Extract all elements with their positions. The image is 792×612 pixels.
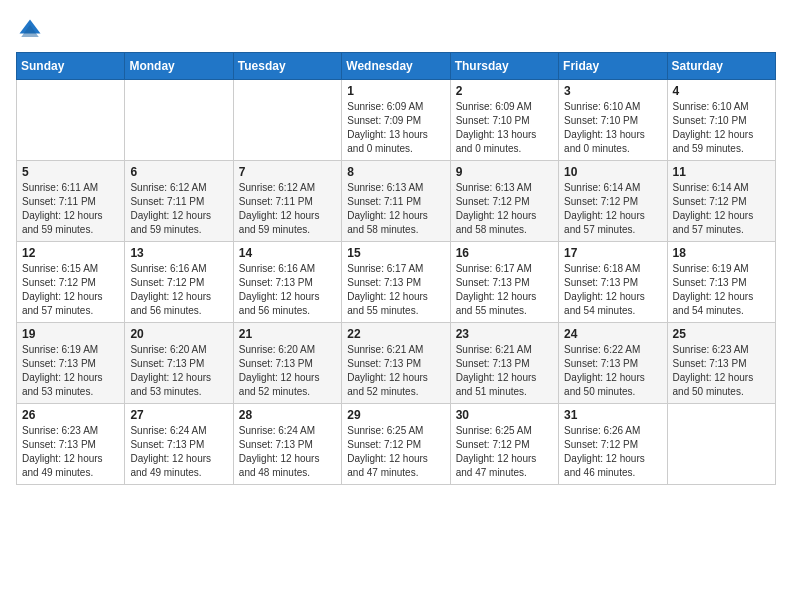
day-info: Sunrise: 6:26 AM Sunset: 7:12 PM Dayligh… — [564, 424, 661, 480]
day-number: 5 — [22, 165, 119, 179]
day-info: Sunrise: 6:25 AM Sunset: 7:12 PM Dayligh… — [347, 424, 444, 480]
day-info: Sunrise: 6:23 AM Sunset: 7:13 PM Dayligh… — [673, 343, 770, 399]
day-info: Sunrise: 6:22 AM Sunset: 7:13 PM Dayligh… — [564, 343, 661, 399]
calendar-cell: 14Sunrise: 6:16 AM Sunset: 7:13 PM Dayli… — [233, 242, 341, 323]
calendar-cell: 29Sunrise: 6:25 AM Sunset: 7:12 PM Dayli… — [342, 404, 450, 485]
day-number: 3 — [564, 84, 661, 98]
page-header — [16, 16, 776, 44]
calendar-cell: 18Sunrise: 6:19 AM Sunset: 7:13 PM Dayli… — [667, 242, 775, 323]
dow-header-friday: Friday — [559, 53, 667, 80]
day-number: 4 — [673, 84, 770, 98]
day-info: Sunrise: 6:21 AM Sunset: 7:13 PM Dayligh… — [347, 343, 444, 399]
day-info: Sunrise: 6:25 AM Sunset: 7:12 PM Dayligh… — [456, 424, 553, 480]
day-number: 15 — [347, 246, 444, 260]
day-info: Sunrise: 6:10 AM Sunset: 7:10 PM Dayligh… — [564, 100, 661, 156]
calendar-cell: 25Sunrise: 6:23 AM Sunset: 7:13 PM Dayli… — [667, 323, 775, 404]
calendar-cell: 22Sunrise: 6:21 AM Sunset: 7:13 PM Dayli… — [342, 323, 450, 404]
calendar-cell: 5Sunrise: 6:11 AM Sunset: 7:11 PM Daylig… — [17, 161, 125, 242]
day-info: Sunrise: 6:10 AM Sunset: 7:10 PM Dayligh… — [673, 100, 770, 156]
dow-header-sunday: Sunday — [17, 53, 125, 80]
calendar-cell: 19Sunrise: 6:19 AM Sunset: 7:13 PM Dayli… — [17, 323, 125, 404]
calendar-cell: 26Sunrise: 6:23 AM Sunset: 7:13 PM Dayli… — [17, 404, 125, 485]
day-info: Sunrise: 6:12 AM Sunset: 7:11 PM Dayligh… — [130, 181, 227, 237]
day-info: Sunrise: 6:14 AM Sunset: 7:12 PM Dayligh… — [673, 181, 770, 237]
day-number: 10 — [564, 165, 661, 179]
calendar-cell: 17Sunrise: 6:18 AM Sunset: 7:13 PM Dayli… — [559, 242, 667, 323]
calendar-cell: 10Sunrise: 6:14 AM Sunset: 7:12 PM Dayli… — [559, 161, 667, 242]
day-number: 27 — [130, 408, 227, 422]
calendar-header: SundayMondayTuesdayWednesdayThursdayFrid… — [17, 53, 776, 80]
dow-header-saturday: Saturday — [667, 53, 775, 80]
day-info: Sunrise: 6:19 AM Sunset: 7:13 PM Dayligh… — [673, 262, 770, 318]
day-number: 31 — [564, 408, 661, 422]
dow-header-thursday: Thursday — [450, 53, 558, 80]
day-info: Sunrise: 6:20 AM Sunset: 7:13 PM Dayligh… — [239, 343, 336, 399]
week-row-5: 26Sunrise: 6:23 AM Sunset: 7:13 PM Dayli… — [17, 404, 776, 485]
calendar-cell: 27Sunrise: 6:24 AM Sunset: 7:13 PM Dayli… — [125, 404, 233, 485]
calendar-cell — [667, 404, 775, 485]
day-info: Sunrise: 6:17 AM Sunset: 7:13 PM Dayligh… — [456, 262, 553, 318]
day-info: Sunrise: 6:24 AM Sunset: 7:13 PM Dayligh… — [239, 424, 336, 480]
day-number: 6 — [130, 165, 227, 179]
calendar-table: SundayMondayTuesdayWednesdayThursdayFrid… — [16, 52, 776, 485]
day-info: Sunrise: 6:24 AM Sunset: 7:13 PM Dayligh… — [130, 424, 227, 480]
day-number: 13 — [130, 246, 227, 260]
calendar-cell: 20Sunrise: 6:20 AM Sunset: 7:13 PM Dayli… — [125, 323, 233, 404]
dow-header-monday: Monday — [125, 53, 233, 80]
day-number: 22 — [347, 327, 444, 341]
calendar-cell: 9Sunrise: 6:13 AM Sunset: 7:12 PM Daylig… — [450, 161, 558, 242]
dow-header-wednesday: Wednesday — [342, 53, 450, 80]
logo-icon — [16, 16, 44, 44]
day-info: Sunrise: 6:20 AM Sunset: 7:13 PM Dayligh… — [130, 343, 227, 399]
calendar-cell — [233, 80, 341, 161]
day-number: 24 — [564, 327, 661, 341]
day-info: Sunrise: 6:16 AM Sunset: 7:12 PM Dayligh… — [130, 262, 227, 318]
day-number: 28 — [239, 408, 336, 422]
calendar-cell: 4Sunrise: 6:10 AM Sunset: 7:10 PM Daylig… — [667, 80, 775, 161]
day-info: Sunrise: 6:21 AM Sunset: 7:13 PM Dayligh… — [456, 343, 553, 399]
day-number: 8 — [347, 165, 444, 179]
day-number: 1 — [347, 84, 444, 98]
day-number: 26 — [22, 408, 119, 422]
calendar-cell: 2Sunrise: 6:09 AM Sunset: 7:10 PM Daylig… — [450, 80, 558, 161]
day-info: Sunrise: 6:23 AM Sunset: 7:13 PM Dayligh… — [22, 424, 119, 480]
day-number: 7 — [239, 165, 336, 179]
day-number: 16 — [456, 246, 553, 260]
calendar-body: 1Sunrise: 6:09 AM Sunset: 7:09 PM Daylig… — [17, 80, 776, 485]
day-info: Sunrise: 6:09 AM Sunset: 7:10 PM Dayligh… — [456, 100, 553, 156]
calendar-cell: 6Sunrise: 6:12 AM Sunset: 7:11 PM Daylig… — [125, 161, 233, 242]
day-info: Sunrise: 6:09 AM Sunset: 7:09 PM Dayligh… — [347, 100, 444, 156]
calendar-cell: 16Sunrise: 6:17 AM Sunset: 7:13 PM Dayli… — [450, 242, 558, 323]
calendar-cell: 1Sunrise: 6:09 AM Sunset: 7:09 PM Daylig… — [342, 80, 450, 161]
day-info: Sunrise: 6:13 AM Sunset: 7:12 PM Dayligh… — [456, 181, 553, 237]
day-info: Sunrise: 6:17 AM Sunset: 7:13 PM Dayligh… — [347, 262, 444, 318]
dow-header-tuesday: Tuesday — [233, 53, 341, 80]
day-info: Sunrise: 6:18 AM Sunset: 7:13 PM Dayligh… — [564, 262, 661, 318]
calendar-cell: 15Sunrise: 6:17 AM Sunset: 7:13 PM Dayli… — [342, 242, 450, 323]
week-row-4: 19Sunrise: 6:19 AM Sunset: 7:13 PM Dayli… — [17, 323, 776, 404]
days-of-week-row: SundayMondayTuesdayWednesdayThursdayFrid… — [17, 53, 776, 80]
day-number: 25 — [673, 327, 770, 341]
calendar-cell: 30Sunrise: 6:25 AM Sunset: 7:12 PM Dayli… — [450, 404, 558, 485]
calendar-cell: 13Sunrise: 6:16 AM Sunset: 7:12 PM Dayli… — [125, 242, 233, 323]
day-number: 14 — [239, 246, 336, 260]
day-number: 23 — [456, 327, 553, 341]
day-info: Sunrise: 6:11 AM Sunset: 7:11 PM Dayligh… — [22, 181, 119, 237]
calendar-cell: 31Sunrise: 6:26 AM Sunset: 7:12 PM Dayli… — [559, 404, 667, 485]
day-number: 9 — [456, 165, 553, 179]
calendar-cell: 23Sunrise: 6:21 AM Sunset: 7:13 PM Dayli… — [450, 323, 558, 404]
week-row-3: 12Sunrise: 6:15 AM Sunset: 7:12 PM Dayli… — [17, 242, 776, 323]
calendar-cell: 28Sunrise: 6:24 AM Sunset: 7:13 PM Dayli… — [233, 404, 341, 485]
calendar-cell: 8Sunrise: 6:13 AM Sunset: 7:11 PM Daylig… — [342, 161, 450, 242]
day-number: 21 — [239, 327, 336, 341]
calendar-cell — [125, 80, 233, 161]
calendar-cell: 7Sunrise: 6:12 AM Sunset: 7:11 PM Daylig… — [233, 161, 341, 242]
calendar-cell: 3Sunrise: 6:10 AM Sunset: 7:10 PM Daylig… — [559, 80, 667, 161]
day-number: 20 — [130, 327, 227, 341]
calendar-cell: 12Sunrise: 6:15 AM Sunset: 7:12 PM Dayli… — [17, 242, 125, 323]
day-info: Sunrise: 6:13 AM Sunset: 7:11 PM Dayligh… — [347, 181, 444, 237]
calendar-cell: 24Sunrise: 6:22 AM Sunset: 7:13 PM Dayli… — [559, 323, 667, 404]
day-info: Sunrise: 6:12 AM Sunset: 7:11 PM Dayligh… — [239, 181, 336, 237]
week-row-2: 5Sunrise: 6:11 AM Sunset: 7:11 PM Daylig… — [17, 161, 776, 242]
calendar-cell — [17, 80, 125, 161]
